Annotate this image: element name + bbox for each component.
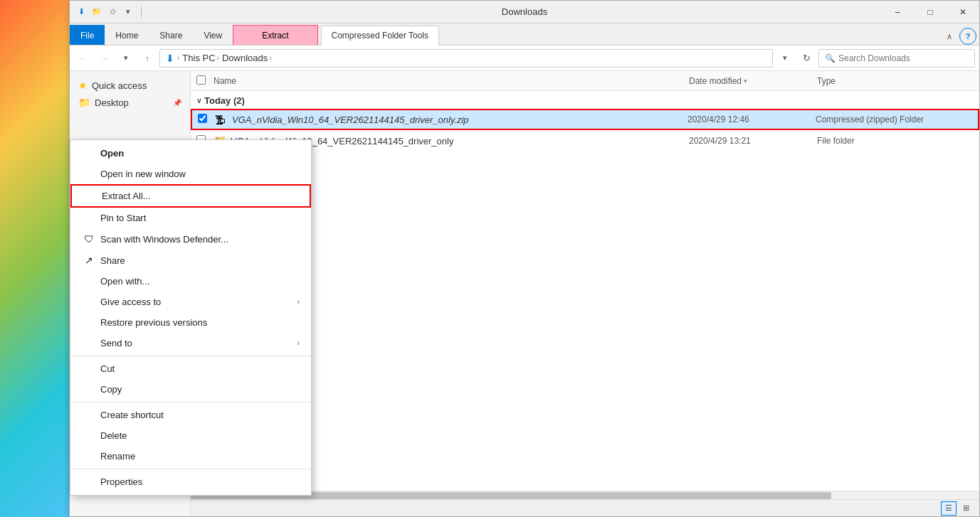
submenu-arrow-send-to: › xyxy=(297,339,300,347)
address-bar: ← → ▾ ↑ ⬇ › This PC › Downloads › ▾ ↻ 🔍 xyxy=(70,46,979,71)
pin-icon: 📌 xyxy=(173,99,181,107)
separator-3 xyxy=(70,469,311,469)
column-headers: Name Date modified ▾ Type xyxy=(191,71,979,91)
tab-view[interactable]: View xyxy=(193,25,233,45)
ctx-pin-to-start[interactable]: Pin to Start xyxy=(70,208,311,228)
recent-locations-button[interactable]: ▾ xyxy=(117,49,135,68)
group-header-today: ∨ Today (2) xyxy=(191,91,979,109)
file-date-zip: 2020/4/29 12:46 xyxy=(687,114,816,124)
ctx-open-with[interactable]: Open with... xyxy=(70,271,311,292)
ctx-restore-versions[interactable]: Restore previous versions xyxy=(70,312,311,333)
ribbon-tabs: File Home Share View Extract Compressed … xyxy=(70,23,979,45)
sidebar-label-desktop: Desktop xyxy=(95,97,129,108)
ribbon-right: ∧ ? xyxy=(941,28,979,45)
up-button[interactable]: ↑ xyxy=(138,49,157,68)
column-name[interactable]: Name xyxy=(214,76,689,86)
sidebar-item-desktop[interactable]: 📁 Desktop 📌 xyxy=(70,94,190,111)
ctx-create-shortcut[interactable]: Create shortcut xyxy=(70,405,311,425)
ctx-extract-all[interactable]: Extract All... xyxy=(70,184,311,208)
view-list-button[interactable]: ☰ xyxy=(941,501,957,516)
search-icon: 🔍 xyxy=(825,53,836,63)
context-menu: Open Open in new window Extract All... P… xyxy=(70,139,312,496)
ribbon-help-button[interactable]: ? xyxy=(959,28,976,45)
explorer-window: ⬇ 📁 ✩ ▾ Downloads – □ ✕ File Home Share … xyxy=(69,0,980,517)
desktop-folder-icon: 📁 xyxy=(78,97,90,108)
path-segment-downloads[interactable]: Downloads › xyxy=(222,53,272,63)
sidebar-label-quick-access: Quick access xyxy=(92,80,147,91)
download-icon: ⬇ xyxy=(75,6,87,18)
column-type[interactable]: Type xyxy=(817,76,974,86)
dropdown-icon[interactable]: ▾ xyxy=(122,6,134,18)
file-type-zip: Compressed (zipped) Folder xyxy=(816,114,972,124)
defender-icon: 🛡 xyxy=(82,233,96,245)
ribbon: File Home Share View Extract Compressed … xyxy=(70,23,979,46)
back-button[interactable]: ← xyxy=(74,49,93,68)
refresh-button[interactable]: ↻ xyxy=(797,49,816,68)
path-segment-thispc[interactable]: This PC › xyxy=(182,53,219,63)
path-home-icon: ⬇ xyxy=(166,53,174,64)
file-row-zip[interactable]: 🗜 VGA_nVidia_Win10_64_VER2621144145_driv… xyxy=(191,109,979,130)
file-name-zip: VGA_nVidia_Win10_64_VER2621144145_driver… xyxy=(229,114,687,125)
minimize-button[interactable]: – xyxy=(881,1,914,23)
pin-icon: ✩ xyxy=(107,6,118,18)
zip-file-icon: 🗜 xyxy=(215,114,229,126)
tab-compressed-folder-tools[interactable]: Compressed Folder Tools xyxy=(321,26,440,46)
separator-2 xyxy=(70,402,311,403)
group-label-today: Today (2) xyxy=(204,95,245,106)
ctx-properties[interactable]: Properties xyxy=(70,471,311,492)
tab-share[interactable]: Share xyxy=(149,25,193,45)
share-icon: ↗ xyxy=(82,255,96,266)
ctx-cut[interactable]: Cut xyxy=(70,358,311,379)
view-details-button[interactable]: ⊞ xyxy=(958,501,974,516)
ctx-copy[interactable]: Copy xyxy=(70,379,311,400)
ctx-scan-defender[interactable]: 🛡 Scan with Windows Defender... xyxy=(70,228,311,250)
title-bar-left: ⬇ 📁 ✩ ▾ xyxy=(70,6,150,18)
window-controls: – □ ✕ xyxy=(881,1,979,23)
dropdown-path-button[interactable]: ▾ xyxy=(776,49,794,68)
view-toggle: ☰ ⊞ xyxy=(941,501,974,516)
ctx-share[interactable]: ↗ Share xyxy=(70,250,311,271)
folder-icon: 📁 xyxy=(91,6,102,18)
address-path[interactable]: ⬇ › This PC › Downloads › xyxy=(159,49,773,68)
divider xyxy=(141,6,142,18)
group-chevron[interactable]: ∨ xyxy=(196,97,201,105)
close-button[interactable]: ✕ xyxy=(947,1,979,23)
ctx-delete[interactable]: Delete xyxy=(70,425,311,446)
search-box[interactable]: 🔍 xyxy=(818,49,975,68)
star-icon: ★ xyxy=(78,80,88,91)
sidebar-item-quick-access[interactable]: ★ Quick access xyxy=(70,77,190,94)
tab-home[interactable]: Home xyxy=(105,25,149,45)
column-date[interactable]: Date modified ▾ xyxy=(689,76,817,86)
window-title: Downloads xyxy=(502,6,547,17)
file-date-folder: 2020/4/29 13:21 xyxy=(689,136,817,146)
ctx-open[interactable]: Open xyxy=(70,143,311,164)
ctx-rename[interactable]: Rename xyxy=(70,446,311,467)
ribbon-collapse-button[interactable]: ∧ xyxy=(941,28,958,45)
sort-icon: ▾ xyxy=(744,78,747,85)
separator-1 xyxy=(70,356,311,356)
ctx-give-access[interactable]: Give access to › xyxy=(70,292,311,312)
status-bar: ☰ ⊞ xyxy=(191,499,979,516)
extract-label[interactable]: Extract xyxy=(233,25,317,45)
tab-file[interactable]: File xyxy=(70,25,105,45)
submenu-arrow-give-access: › xyxy=(297,298,300,306)
maximize-button[interactable]: □ xyxy=(914,1,947,23)
path-arrow-1: › xyxy=(177,54,179,62)
select-all-checkbox[interactable] xyxy=(196,75,214,87)
search-input[interactable] xyxy=(838,53,969,63)
title-bar: ⬇ 📁 ✩ ▾ Downloads – □ ✕ xyxy=(70,1,979,23)
ctx-open-new-window[interactable]: Open in new window xyxy=(70,164,311,184)
file-type-folder: File folder xyxy=(817,136,974,146)
forward-button[interactable]: → xyxy=(95,49,114,68)
ctx-send-to[interactable]: Send to › xyxy=(70,333,311,353)
